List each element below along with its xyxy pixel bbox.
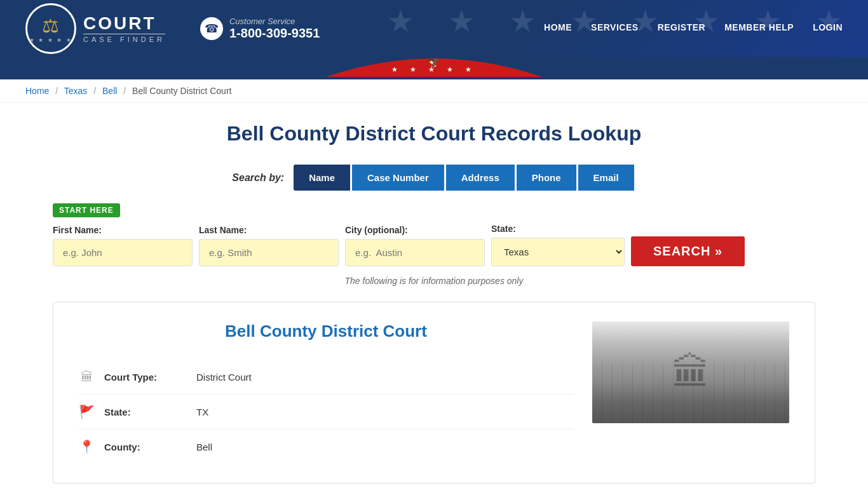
nav-services[interactable]: SERVICES	[591, 22, 639, 35]
city-label: City (optional):	[345, 225, 485, 235]
state-info-label: State:	[104, 407, 187, 417]
main-content: Bell County District Court Records Looku…	[27, 103, 841, 488]
last-name-group: Last Name:	[199, 225, 339, 266]
red-arch-svg: ★ ★ ★ ★ ★ 🦅	[326, 53, 542, 77]
nav-register[interactable]: REGISTER	[658, 22, 706, 35]
court-photo-placeholder	[592, 322, 789, 423]
court-photo	[592, 322, 789, 423]
state-info-value: TX	[196, 407, 208, 417]
last-name-input[interactable]	[199, 239, 339, 266]
tab-email[interactable]: Email	[578, 165, 634, 191]
arch-banner: ★ ★ ★ ★ ★ 🦅	[0, 57, 868, 79]
county-icon: 📍	[79, 439, 95, 454]
city-input[interactable]	[345, 239, 485, 266]
svg-text:🦅: 🦅	[428, 56, 440, 68]
customer-service-area: ☎ Customer Service 1-800-309-9351	[200, 17, 320, 41]
county-value: Bell	[196, 442, 212, 452]
first-name-input[interactable]	[53, 239, 193, 266]
tab-phone[interactable]: Phone	[517, 165, 576, 191]
breadcrumb-sep-1: /	[55, 86, 58, 96]
breadcrumb-state[interactable]: Texas	[64, 86, 88, 96]
breadcrumb-sep-3: /	[123, 86, 126, 96]
site-header: ⚖ ★ ★ ★ ★ ★ COURT CASE FINDER ☎ Customer…	[0, 0, 868, 57]
breadcrumb-sep-2: /	[93, 86, 96, 96]
logo[interactable]: ⚖ ★ ★ ★ ★ ★ COURT CASE FINDER	[25, 3, 175, 54]
tab-case-number[interactable]: Case Number	[352, 165, 444, 191]
state-icon: 🚩	[79, 404, 95, 419]
county-label: County:	[104, 442, 187, 452]
breadcrumb-home[interactable]: Home	[25, 86, 49, 96]
page-title: Bell County District Court Records Looku…	[53, 122, 815, 146]
court-box-left: Bell County District Court 🏛 Court Type:…	[79, 322, 573, 464]
breadcrumb-county[interactable]: Bell	[102, 86, 117, 96]
main-nav: HOME SERVICES REGISTER MEMBER HELP LOGIN	[544, 22, 843, 35]
phone-icon: ☎	[200, 17, 223, 40]
search-form: First Name: Last Name: City (optional): …	[53, 224, 815, 266]
search-by-row: Search by: Name Case Number Address Phon…	[53, 165, 815, 191]
breadcrumb-current: Bell County District Court	[132, 86, 231, 96]
state-group: State: Texas	[491, 224, 625, 266]
logo-circle: ⚖ ★ ★ ★ ★ ★	[25, 3, 76, 54]
state-select[interactable]: Texas	[491, 238, 625, 266]
court-type-label: Court Type:	[104, 372, 187, 383]
city-group: City (optional):	[345, 225, 485, 266]
nav-login[interactable]: LOGIN	[813, 22, 843, 35]
court-type-row: 🏛 Court Type: District Court	[79, 360, 573, 395]
nav-home[interactable]: HOME	[544, 22, 572, 35]
logo-case-finder-text: CASE FINDER	[83, 34, 165, 43]
nav-member-help[interactable]: MEMBER HELP	[724, 22, 794, 35]
info-note: The following is for information purpose…	[53, 276, 815, 286]
court-type-value: District Court	[196, 372, 252, 383]
court-box-title: Bell County District Court	[79, 322, 573, 341]
tab-name[interactable]: Name	[294, 165, 350, 191]
court-type-icon: 🏛	[79, 370, 95, 384]
first-name-label: First Name:	[53, 225, 193, 235]
logo-court-text: COURT	[83, 15, 165, 32]
state-row: 🚩 State: TX	[79, 395, 573, 430]
tab-address[interactable]: Address	[446, 165, 515, 191]
court-info-box: Bell County District Court 🏛 Court Type:…	[53, 302, 815, 484]
state-label: State:	[491, 224, 625, 234]
county-row: 📍 County: Bell	[79, 430, 573, 464]
first-name-group: First Name:	[53, 225, 193, 266]
breadcrumb: Home / Texas / Bell / Bell County Distri…	[0, 79, 868, 103]
search-button[interactable]: SEARCH »	[631, 236, 745, 266]
start-here-badge: START HERE	[53, 203, 120, 217]
customer-service-label: Customer Service	[229, 17, 320, 26]
phone-number: 1-800-309-9351	[229, 26, 320, 41]
last-name-label: Last Name:	[199, 225, 339, 235]
search-by-label: Search by:	[232, 172, 284, 184]
